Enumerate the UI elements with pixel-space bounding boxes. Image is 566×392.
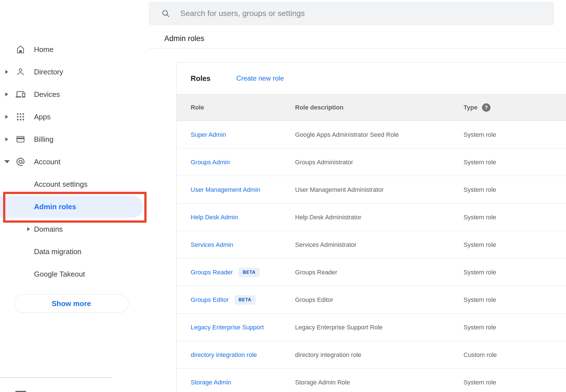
- table-row: directory integration role directory int…: [177, 341, 566, 369]
- role-description: User Management Administrator: [295, 186, 384, 193]
- role-type: System role: [464, 379, 496, 386]
- role-link[interactable]: Help Desk Admin: [191, 214, 238, 221]
- role-description: Legacy Enterprise Support Role: [295, 324, 383, 331]
- table-row: Super Admin Google Apps Administrator Se…: [177, 121, 566, 149]
- column-header-description: Role description: [295, 104, 343, 111]
- credit-card-icon: [16, 135, 25, 144]
- role-description: Groups Administrator: [295, 159, 353, 166]
- role-link[interactable]: Groups Admin: [191, 159, 230, 166]
- table-row: Groups Reader BETA Groups Reader System …: [177, 259, 566, 286]
- sidebar-item-google-takeout[interactable]: Google Takeout: [0, 263, 149, 285]
- role-type: System role: [464, 186, 496, 193]
- table-row: Groups Editor BETA Groups Editor System …: [177, 286, 566, 314]
- role-type: Custom role: [464, 351, 497, 359]
- sidebar-item-home[interactable]: Home: [0, 38, 149, 61]
- sidebar-item-directory[interactable]: Directory: [0, 61, 149, 83]
- role-link[interactable]: Groups Reader: [191, 269, 233, 276]
- search-bar[interactable]: [149, 2, 554, 25]
- sidebar-item-domains[interactable]: Domains: [0, 218, 149, 240]
- roles-panel: Roles Create new role Role Role descript…: [176, 62, 566, 392]
- table-row: Services Admin Services Administrator Sy…: [177, 231, 566, 259]
- show-more-button[interactable]: Show more: [14, 294, 129, 313]
- role-link[interactable]: Legacy Enterprise Support: [191, 324, 264, 331]
- role-description: Groups Editor: [295, 296, 333, 303]
- role-link[interactable]: Groups Editor: [191, 296, 229, 304]
- triangle-right-icon[interactable]: [5, 115, 8, 119]
- role-description: Groups Reader: [295, 269, 337, 276]
- roles-panel-header: Roles Create new role: [177, 63, 566, 94]
- table-row: Storage Admin Storage Admin Role System …: [177, 369, 566, 392]
- table-row: User Management Admin User Management Ad…: [177, 176, 566, 204]
- role-link[interactable]: Super Admin: [191, 131, 226, 138]
- search-icon: [161, 9, 170, 18]
- triangle-right-icon[interactable]: [5, 70, 8, 74]
- table-row: Help Desk Admin Help Desk Administrator …: [177, 204, 566, 231]
- role-description: directory integration role: [295, 351, 361, 358]
- triangle-right-icon[interactable]: [5, 92, 8, 96]
- role-type: System role: [464, 214, 496, 221]
- home-icon: [16, 45, 25, 54]
- role-link[interactable]: User Management Admin: [191, 186, 260, 193]
- sidebar-item-apps[interactable]: Apps: [0, 106, 149, 128]
- role-type: System role: [464, 269, 496, 276]
- sidebar-item-devices[interactable]: Devices: [0, 83, 149, 106]
- breadcrumb-divider: [149, 48, 566, 49]
- role-link[interactable]: Services Admin: [191, 241, 233, 249]
- person-icon: [16, 67, 25, 77]
- sidebar-item-billing[interactable]: Billing: [0, 128, 149, 151]
- sidebar-item-admin-roles[interactable]: Admin roles: [0, 195, 143, 218]
- partial-icon: [15, 391, 26, 392]
- role-description: Storage Admin Role: [295, 379, 350, 386]
- table-row: Groups Admin Groups Administrator System…: [177, 149, 566, 176]
- role-type: System role: [464, 241, 496, 249]
- apps-grid-icon: [16, 112, 25, 122]
- beta-badge: BETA: [234, 295, 256, 305]
- sidebar-item-account-settings[interactable]: Account settings: [0, 173, 149, 195]
- table-row: Legacy Enterprise Support Legacy Enterpr…: [177, 314, 566, 341]
- column-header-role: Role: [191, 104, 204, 111]
- role-link[interactable]: Storage Admin: [191, 379, 231, 386]
- role-type: System role: [464, 159, 496, 166]
- sidebar-divider: [0, 377, 112, 378]
- table-header-row: Role Role description Type ?: [177, 94, 566, 121]
- sidebar-item-data-migration[interactable]: Data migration: [0, 240, 149, 263]
- search-input[interactable]: [180, 5, 554, 22]
- column-header-type: Type: [464, 104, 478, 111]
- breadcrumb: Admin roles: [164, 34, 204, 43]
- role-description: Google Apps Administrator Seed Role: [295, 131, 399, 138]
- beta-badge: BETA: [238, 268, 260, 277]
- at-sign-icon: [16, 157, 25, 167]
- role-description: Services Administrator: [295, 241, 357, 248]
- role-type: System role: [464, 131, 496, 138]
- triangle-right-icon[interactable]: [5, 137, 8, 141]
- role-type: System role: [464, 324, 496, 331]
- panel-title: Roles: [191, 74, 211, 83]
- devices-icon: [16, 90, 25, 99]
- sidebar-item-account[interactable]: Account: [0, 151, 149, 173]
- sidebar-nav: Home Directory Devices: [0, 0, 149, 392]
- role-type: System role: [464, 296, 496, 304]
- help-icon[interactable]: ?: [482, 103, 490, 112]
- triangle-right-icon[interactable]: [27, 227, 30, 231]
- create-new-role-link[interactable]: Create new role: [236, 74, 284, 82]
- role-link[interactable]: directory integration role: [191, 351, 257, 359]
- triangle-down-icon[interactable]: [4, 160, 10, 163]
- role-description: Help Desk Administrator: [295, 214, 361, 221]
